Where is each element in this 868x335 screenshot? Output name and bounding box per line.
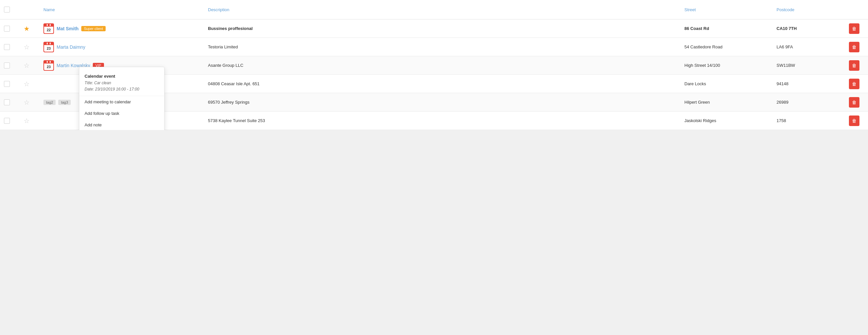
row5-checkbox[interactable]: [4, 99, 10, 105]
row5-checkbox-cell: [0, 96, 20, 109]
row2-street-cell: 54 Castledore Road: [680, 41, 773, 53]
row3-calendar-icon[interactable]: 23: [43, 60, 54, 71]
row4-street-cell: Dare Locks: [680, 78, 773, 90]
row1-name-link[interactable]: Mat Smith: [57, 26, 79, 31]
row5-postcode: 26989: [777, 100, 788, 105]
row3-star-icon[interactable]: ☆: [24, 62, 30, 69]
row2-description-cell: Testoria Limited: [204, 41, 680, 53]
popup-action-add-followup[interactable]: Add follow up task: [79, 108, 164, 119]
row5-tag1: tag2: [43, 100, 56, 105]
row5-star-cell: ☆: [20, 95, 39, 110]
row2-name-cell: 23 Marta Daimny: [39, 38, 204, 56]
row3-actions-cell: 🗑: [845, 57, 868, 74]
row1-star-icon[interactable]: ★: [24, 25, 30, 33]
row3-star-cell: ☆: [20, 58, 39, 73]
row2-checkbox[interactable]: [4, 44, 10, 50]
row2-cal-day: 23: [44, 45, 53, 52]
bottom-area: [0, 130, 868, 229]
row1-name-cell: 22 Mat Smith Super client: [39, 20, 204, 37]
row4-description: 04808 Ceasar Isle Apt. 651: [208, 81, 259, 86]
row1-street: 86 Coast Rd: [684, 26, 709, 31]
row2-checkbox-cell: [0, 41, 20, 53]
row1-calendar-icon[interactable]: 22: [43, 23, 54, 34]
row3-postcode: SW11BW: [777, 63, 795, 68]
row6-actions-cell: 🗑: [845, 112, 868, 129]
row3-checkbox[interactable]: [4, 63, 10, 68]
header-star-col: [20, 6, 39, 13]
popup-event-info: Calendar event Title: Car clean Date: 23…: [79, 70, 164, 96]
header-postcode: Postcode: [773, 5, 845, 15]
row2-actions-cell: 🗑: [845, 38, 868, 56]
row1-description-cell: Bussines proffesional: [204, 23, 680, 34]
header-actions-col: [845, 6, 868, 13]
row5-star-icon[interactable]: ☆: [24, 98, 30, 106]
row3-checkbox-cell: [0, 59, 20, 72]
row1-badge: Super client: [81, 26, 105, 31]
row2-postcode: LA6 9FA: [777, 44, 793, 49]
table-header: Name Description Street Postcode: [0, 0, 868, 20]
row3-delete-button[interactable]: 🗑: [849, 60, 860, 71]
popup-event-title-detail: Title: Car clean: [85, 80, 159, 86]
row4-description-cell: 04808 Ceasar Isle Apt. 651: [204, 78, 680, 90]
row4-actions-cell: 🗑: [845, 75, 868, 92]
table-row: ☆ 23 Martin Kowalsky VIP Calendar event …: [0, 56, 868, 75]
row6-delete-button[interactable]: 🗑: [849, 116, 860, 126]
row3-postcode-cell: SW11BW: [773, 60, 845, 71]
row4-street: Dare Locks: [684, 81, 706, 86]
row1-cal-day: 22: [44, 27, 53, 33]
row3-description-cell: Asante Group LLC: [204, 60, 680, 71]
row2-street: 54 Castledore Road: [684, 44, 722, 49]
row6-street: Jaskolski Ridges: [684, 118, 716, 123]
row4-checkbox[interactable]: [4, 81, 10, 87]
row6-star-cell: ☆: [20, 114, 39, 128]
row1-description: Bussines proffesional: [208, 26, 253, 31]
row2-star-icon[interactable]: ☆: [24, 43, 30, 51]
row5-postcode-cell: 26989: [773, 96, 845, 108]
row4-star-cell: ☆: [20, 77, 39, 91]
row6-postcode-cell: 1758: [773, 115, 845, 126]
header-name: Name: [39, 5, 204, 15]
row1-postcode: CA10 7TH: [777, 26, 797, 31]
row3-street: High Street 14/100: [684, 63, 720, 68]
select-all-checkbox[interactable]: [4, 7, 10, 12]
row6-postcode: 1758: [777, 118, 786, 123]
row6-street-cell: Jaskolski Ridges: [680, 115, 773, 126]
popup-action-add-meeting[interactable]: Add meeting to calendar: [79, 96, 164, 108]
row2-star-cell: ☆: [20, 40, 39, 54]
row2-calendar-icon[interactable]: 23: [43, 42, 54, 52]
row5-description: 69570 Jeffrey Springs: [208, 100, 249, 105]
row6-star-icon[interactable]: ☆: [24, 117, 30, 125]
row4-checkbox-cell: [0, 78, 20, 90]
row6-checkbox[interactable]: [4, 118, 10, 124]
popup-action-add-note[interactable]: Add note: [79, 119, 164, 130]
row5-delete-button[interactable]: 🗑: [849, 97, 860, 108]
row2-name-link[interactable]: Marta Daimny: [57, 44, 85, 50]
row3-description: Asante Group LLC: [208, 63, 244, 68]
row5-street: Hilpert Green: [684, 100, 710, 105]
row2-description: Testoria Limited: [208, 44, 238, 49]
row1-checkbox[interactable]: [4, 26, 10, 32]
row1-delete-button[interactable]: 🗑: [849, 23, 860, 34]
popup-event-date-detail: Date: 23/10/2019 16:00 - 17:00: [85, 86, 159, 92]
row3-cal-day: 23: [44, 63, 53, 70]
row4-delete-button[interactable]: 🗑: [849, 79, 860, 89]
popup-event-title: Calendar event: [85, 74, 159, 79]
row1-checkbox-cell: [0, 22, 20, 35]
row2-postcode-cell: LA6 9FA: [773, 41, 845, 53]
row6-description-cell: 5738 Kaylee Tunnel Suite 253: [204, 115, 680, 126]
row1-street-cell: 86 Coast Rd: [680, 23, 773, 34]
popup-menu: Calendar event Title: Car clean Date: 23…: [79, 67, 164, 130]
row4-postcode-cell: 94148: [773, 78, 845, 90]
row6-description: 5738 Kaylee Tunnel Suite 253: [208, 118, 265, 123]
row6-checkbox-cell: [0, 115, 20, 127]
table-row: ☆ 23 Marta Daimny Testoria Limited 54 Ca…: [0, 38, 868, 56]
row5-actions-cell: 🗑: [845, 94, 868, 111]
row1-postcode-cell: CA10 7TH: [773, 23, 845, 34]
row3-street-cell: High Street 14/100: [680, 60, 773, 71]
row5-street-cell: Hilpert Green: [680, 96, 773, 108]
row5-description-cell: 69570 Jeffrey Springs: [204, 96, 680, 108]
row5-tag2: tag3: [58, 100, 70, 105]
row4-star-icon[interactable]: ☆: [24, 80, 30, 88]
row2-delete-button[interactable]: 🗑: [849, 42, 860, 52]
header-description: Description: [204, 5, 680, 15]
